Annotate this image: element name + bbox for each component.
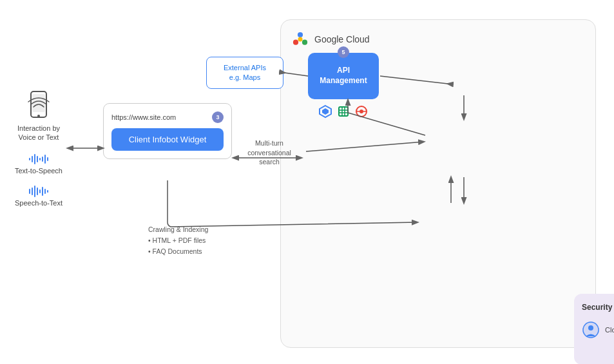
interaction-label: Interaction by Voice or Text bbox=[13, 124, 64, 142]
svg-rect-14 bbox=[37, 187, 38, 195]
svg-rect-17 bbox=[44, 189, 46, 194]
svg-rect-8 bbox=[42, 157, 43, 162]
svg-point-22 bbox=[298, 37, 303, 42]
security-title-row: Security 6 bbox=[582, 302, 614, 313]
stt-label: Speech-to-Text bbox=[15, 199, 62, 207]
tts-label: Text-to-Speech bbox=[15, 167, 62, 175]
api-management-container: 5 APIManagement bbox=[308, 53, 379, 119]
svg-point-2 bbox=[37, 115, 40, 117]
svg-rect-13 bbox=[34, 186, 35, 197]
multi-turn-label: Multi-turnconversationalsearch bbox=[237, 139, 302, 167]
svg-marker-44 bbox=[322, 108, 329, 115]
svg-point-19 bbox=[298, 32, 303, 37]
svg-point-21 bbox=[293, 40, 298, 45]
crawling-line2: • HTML + PDF files bbox=[148, 235, 208, 246]
svg-rect-45 bbox=[339, 107, 348, 116]
svg-rect-5 bbox=[34, 154, 35, 164]
svg-rect-10 bbox=[47, 157, 48, 161]
svg-point-51 bbox=[360, 110, 363, 113]
stt-area: Speech-to-Text bbox=[15, 185, 62, 207]
api-management-box: APIManagement bbox=[308, 53, 379, 99]
site-url: https://www.site.com 3 bbox=[111, 111, 224, 123]
iam-label: Cloud IAM bbox=[605, 326, 614, 334]
svg-rect-3 bbox=[29, 158, 30, 160]
external-apis-box: External APIse.g. Maps bbox=[206, 57, 283, 89]
crawling-line3: • FAQ Documents bbox=[148, 246, 208, 257]
gcp-icon-2 bbox=[336, 104, 350, 119]
svg-rect-11 bbox=[29, 189, 30, 194]
crawling-label: Crawling & Indexing • HTML + PDF files •… bbox=[148, 224, 208, 256]
svg-rect-7 bbox=[39, 158, 41, 160]
tts-icon bbox=[28, 153, 49, 166]
iam-item: Cloud IAM bbox=[582, 321, 614, 339]
left-panel: Interaction by Voice or Text Text-to-Spe… bbox=[13, 90, 64, 207]
url-text: https://www.site.com bbox=[111, 113, 176, 121]
api-badge: 5 bbox=[338, 46, 349, 58]
client-infobot-button[interactable]: Client Infobot Widget bbox=[111, 128, 224, 151]
stt-icon bbox=[28, 185, 49, 198]
multi-turn-text: Multi-turnconversationalsearch bbox=[247, 139, 291, 166]
client-widget-box: https://www.site.com 3 Client Infobot Wi… bbox=[103, 103, 232, 159]
svg-point-20 bbox=[302, 40, 307, 45]
phone-device-area: Interaction by Voice or Text bbox=[13, 90, 64, 142]
security-title-text: Security bbox=[582, 303, 612, 312]
google-cloud-title: Google Cloud bbox=[314, 34, 370, 44]
client-badge: 3 bbox=[212, 111, 224, 123]
svg-rect-6 bbox=[37, 156, 38, 162]
diagram: Interaction by Voice or Text Text-to-Spe… bbox=[0, 0, 614, 364]
svg-rect-1 bbox=[32, 94, 45, 112]
google-cloud-header: Google Cloud bbox=[291, 30, 585, 48]
svg-rect-15 bbox=[39, 189, 41, 193]
gcp-icon-3 bbox=[354, 104, 369, 119]
tts-area: Text-to-Speech bbox=[15, 153, 62, 175]
svg-rect-12 bbox=[32, 187, 33, 195]
google-cloud-logo bbox=[291, 30, 309, 48]
svg-point-36 bbox=[588, 325, 593, 330]
svg-rect-16 bbox=[42, 187, 43, 196]
svg-rect-4 bbox=[32, 156, 33, 162]
gcp-icon-1 bbox=[318, 104, 332, 119]
svg-rect-9 bbox=[44, 155, 46, 164]
iam-icon bbox=[582, 321, 600, 339]
api-management-label: APIManagement bbox=[320, 66, 367, 86]
phone-icon bbox=[27, 90, 50, 121]
security-box: Security 6 Cloud IAM bbox=[574, 294, 614, 364]
gcp-icons bbox=[308, 104, 379, 119]
external-apis-label: External APIse.g. Maps bbox=[224, 63, 266, 83]
svg-rect-18 bbox=[47, 190, 48, 193]
crawling-line1: Crawling & Indexing bbox=[148, 224, 208, 235]
